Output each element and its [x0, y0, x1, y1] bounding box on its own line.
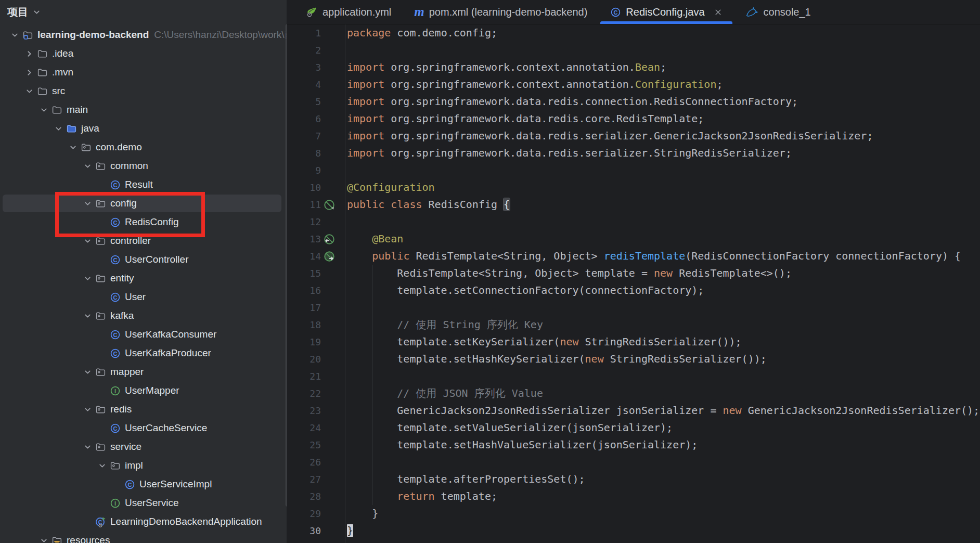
- line-number: 3: [287, 59, 321, 76]
- bean-nav-down-gutter-icon[interactable]: [323, 250, 336, 263]
- code-line-19[interactable]: 19 template.setKeySerializer(new StringR…: [287, 333, 980, 351]
- code-line-2[interactable]: 2: [287, 42, 980, 59]
- tree-item-userservice[interactable]: IUserService: [0, 494, 287, 512]
- tree-item-usercacheservice[interactable]: CUserCacheService: [0, 419, 287, 437]
- tree-item-user[interactable]: CUser: [0, 288, 287, 306]
- tab-console_1[interactable]: console_1: [734, 0, 822, 24]
- code-line-20[interactable]: 20 template.setHashKeySerializer(new Str…: [287, 351, 980, 368]
- line-number: 20: [287, 351, 321, 368]
- tree-item-label: UserKafkaConsumer: [125, 329, 216, 340]
- code-line-1[interactable]: 1package com.demo.config;: [287, 24, 980, 42]
- code-text: @Bean: [347, 230, 403, 248]
- code-line-9[interactable]: 9: [287, 162, 980, 179]
- svg-text:I: I: [114, 500, 115, 506]
- code-line-26[interactable]: 26: [287, 454, 980, 471]
- chevron-down-icon[interactable]: [81, 273, 94, 284]
- tree-item-.idea[interactable]: .idea: [0, 44, 287, 63]
- project-root-icon: [21, 29, 34, 41]
- code-text: GenericJackson2JsonRedisSerializer jsonS…: [347, 402, 979, 419]
- chevron-down-icon[interactable]: [52, 123, 65, 134]
- chevron-down-icon[interactable]: [81, 441, 94, 452]
- code-line-10[interactable]: 10@Configuration: [287, 179, 980, 196]
- code-line-23[interactable]: 23 GenericJackson2JsonRedisSerializer js…: [287, 402, 980, 419]
- code-line-4[interactable]: 4import org.springframework.context.anno…: [287, 76, 980, 93]
- chevron-down-icon[interactable]: [37, 535, 50, 543]
- code-line-22[interactable]: 22 // 使用 JSON 序列化 Value: [287, 385, 980, 402]
- line-number: 2: [287, 42, 321, 59]
- tree-item-service[interactable]: service: [0, 437, 287, 456]
- tree-item-common[interactable]: common: [0, 157, 287, 175]
- chevron-down-icon[interactable]: [23, 85, 35, 97]
- code-line-8[interactable]: 8import org.springframework.data.redis.s…: [287, 145, 980, 162]
- chevron-down-icon[interactable]: [81, 160, 94, 172]
- tab-redisconfig.java[interactable]: CRedisConfig.java: [599, 0, 733, 24]
- code-line-27[interactable]: 27 template.afterPropertiesSet();: [287, 471, 980, 488]
- chevron-down-icon[interactable]: [37, 104, 50, 115]
- line-number: 17: [287, 299, 321, 316]
- code-line-17[interactable]: 17: [287, 299, 980, 316]
- scrollbar-thumb[interactable]: [286, 23, 287, 507]
- tree-item-userkafkaproducer[interactable]: CUserKafkaProducer: [0, 344, 287, 363]
- tree-item-label: common: [110, 160, 148, 172]
- code-line-11[interactable]: 11public class RedisConfig {: [287, 196, 980, 213]
- code-text: // 使用 String 序列化 Key: [347, 316, 543, 333]
- tree-item-redis[interactable]: redis: [0, 400, 287, 419]
- tree-item-usermapper[interactable]: IUserMapper: [0, 381, 287, 400]
- code-line-18[interactable]: 18 // 使用 String 序列化 Key: [287, 316, 980, 333]
- tree-item-label: UserMapper: [125, 385, 179, 396]
- code-line-25[interactable]: 25 template.setHashValueSerializer(jsonS…: [287, 436, 980, 454]
- code-line-7[interactable]: 7import org.springframework.data.redis.s…: [287, 127, 980, 145]
- code-line-12[interactable]: 12: [287, 213, 980, 230]
- close-icon[interactable]: [714, 8, 723, 17]
- chevron-right-icon[interactable]: [23, 67, 35, 78]
- chevron-down-icon[interactable]: [67, 141, 79, 153]
- bean-nav-up-gutter-icon[interactable]: [323, 233, 336, 245]
- tree-item-label: com.demo: [96, 141, 142, 153]
- tree-item-java[interactable]: java: [0, 119, 287, 138]
- line-number: 25: [287, 436, 321, 454]
- line-number: 12: [287, 213, 321, 230]
- tree-item-learningdemobackendapplication[interactable]: C LearningDemoBackendApplication: [0, 512, 287, 531]
- tree-item-main[interactable]: main: [0, 100, 287, 119]
- code-line-15[interactable]: 15 RedisTemplate<String, Object> templat…: [287, 265, 980, 282]
- code-line-28[interactable]: 28 return template;: [287, 488, 980, 505]
- line-number: 21: [287, 368, 321, 385]
- code-line-24[interactable]: 24 template.setValueSerializer(jsonSeria…: [287, 419, 980, 436]
- tree-item-learning-demo-backend[interactable]: learning-demo-backendC:\Users\hanzi\Desk…: [0, 25, 287, 44]
- chevron-down-icon[interactable]: [81, 404, 94, 415]
- code-line-14[interactable]: 14 public RedisTemplate<String, Object> …: [287, 248, 980, 265]
- chevron-down-icon[interactable]: [81, 310, 94, 321]
- tree-item-.mvn[interactable]: .mvn: [0, 63, 287, 82]
- tree-item-userserviceimpl[interactable]: CUserServiceImpl: [0, 475, 287, 494]
- chevron-right-icon[interactable]: [23, 48, 35, 59]
- code-line-21[interactable]: 21: [287, 368, 980, 385]
- bean-gutter-icon[interactable]: [323, 199, 336, 211]
- code-line-29[interactable]: 29 }: [287, 505, 980, 522]
- chevron-down-icon[interactable]: [96, 460, 108, 471]
- tree-item-impl[interactable]: impl: [0, 456, 287, 475]
- tree-item-mapper[interactable]: mapper: [0, 363, 287, 381]
- tree-item-com.demo[interactable]: com.demo: [0, 138, 287, 157]
- code-editor[interactable]: 1package com.demo.config;23import org.sp…: [287, 24, 980, 543]
- tree-item-label: User: [125, 291, 146, 303]
- code-line-30[interactable]: 30}: [287, 522, 980, 539]
- chevron-down-icon[interactable]: [8, 29, 21, 41]
- code-line-5[interactable]: 5import org.springframework.data.redis.c…: [287, 93, 980, 110]
- code-line-16[interactable]: 16 template.setConnectionFactory(connect…: [287, 282, 980, 299]
- tree-item-kafka[interactable]: kafka: [0, 306, 287, 325]
- chevron-spacer: [96, 422, 108, 434]
- tree-item-result[interactable]: CResult: [0, 175, 287, 194]
- tree-item-userkafkaconsumer[interactable]: CUserKafkaConsumer: [0, 325, 287, 344]
- tab-pom.xmllearning-demo-backend[interactable]: mpom.xml (learning-demo-backend): [403, 0, 599, 24]
- code-line-3[interactable]: 3import org.springframework.context.anno…: [287, 59, 980, 76]
- tree-item-entity[interactable]: entity: [0, 269, 287, 288]
- tree-item-resources[interactable]: resources: [0, 531, 287, 543]
- tree-item-src[interactable]: src: [0, 82, 287, 100]
- tab-application.yml[interactable]: application.yml: [294, 0, 403, 24]
- tree-item-usercontroller[interactable]: CUserController: [0, 250, 287, 269]
- chevron-down-icon[interactable]: [81, 366, 94, 378]
- line-number: 16: [287, 282, 321, 299]
- code-line-13[interactable]: 13 @Bean: [287, 230, 980, 248]
- code-line-6[interactable]: 6import org.springframework.data.redis.c…: [287, 110, 980, 127]
- class-icon: C: [108, 347, 122, 359]
